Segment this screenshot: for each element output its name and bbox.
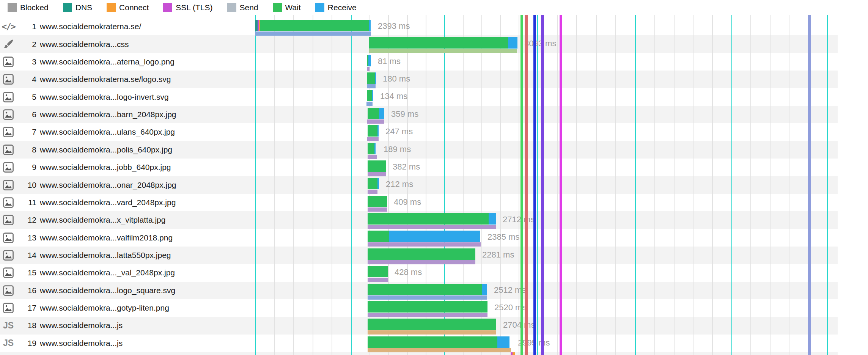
- timing-segment-wait[interactable]: [368, 284, 482, 295]
- request-row-18[interactable]: JS18www.socialdemokra...js2704 ms: [0, 317, 868, 334]
- request-name-cell[interactable]: JS19www.socialdemokra...js: [0, 335, 123, 352]
- request-row-12[interactable]: 12www.socialdemokra...x_vitplatta.jpg271…: [0, 211, 868, 229]
- timing-segment-wait[interactable]: [368, 248, 475, 260]
- image-icon: [0, 302, 17, 314]
- request-row-2[interactable]: 2www.socialdemokra...css3093 ms: [0, 35, 868, 53]
- request-name-cell[interactable]: 6www.socialdemokra...barn_2048px.jpg: [0, 106, 176, 123]
- request-row-4[interactable]: 4www.socialdemokraterna.se/logo.svg180 m…: [0, 71, 868, 88]
- legend-item-connect[interactable]: Connect: [107, 3, 149, 12]
- request-name-cell[interactable]: 14www.socialdemokra...latta550px.jpeg: [0, 247, 171, 264]
- timing-segment-wait[interactable]: [368, 213, 489, 225]
- request-name-cell[interactable]: 2www.socialdemokra...css: [0, 35, 129, 53]
- request-row-7[interactable]: 7www.socialdemokra...ulans_640px.jpg247 …: [0, 123, 868, 141]
- request-name-cell[interactable]: 4www.socialdemokraterna.se/logo.svg: [0, 71, 171, 88]
- timing-subsegment-sub_periwinkle[interactable]: [368, 295, 487, 300]
- legend-item-dns[interactable]: DNS: [63, 3, 92, 12]
- timing-subsegment-sub_purple[interactable]: [368, 172, 386, 176]
- legend-item-send[interactable]: Send: [227, 3, 258, 12]
- timing-subsegment-sub_purple[interactable]: [368, 155, 377, 159]
- timing-segment-receive[interactable]: [482, 284, 487, 295]
- timing-segment-wait[interactable]: [368, 196, 387, 207]
- timing-subsegment-sub_periwinkle[interactable]: [255, 31, 371, 36]
- request-name-cell[interactable]: 3www.socialdemokra...aterna_logo.png: [0, 53, 175, 71]
- timing-subsegment-sub_purple[interactable]: [368, 278, 388, 282]
- timing-subsegment-sub_purple[interactable]: [367, 67, 370, 71]
- request-row-13[interactable]: 13www.socialdemokra...valfilm2018.png238…: [0, 229, 868, 246]
- timing-segment-wait[interactable]: [368, 178, 377, 189]
- request-row-14[interactable]: 14www.socialdemokra...latta550px.jpeg228…: [0, 247, 868, 264]
- timing-segment-dns[interactable]: [255, 20, 258, 31]
- timing-segment-receive[interactable]: [375, 72, 376, 84]
- timing-segment-wait[interactable]: [368, 231, 389, 242]
- timing-subsegment-sub_purple[interactable]: [368, 190, 377, 194]
- legend-item-wait[interactable]: Wait: [273, 3, 301, 12]
- request-name-cell[interactable]: 9www.socialdemokra...jobb_640px.jpg: [0, 159, 171, 176]
- timing-segment-receive[interactable]: [377, 125, 379, 137]
- timing-segment-receive[interactable]: [497, 336, 509, 348]
- timing-segment-wait[interactable]: [368, 336, 497, 348]
- request-row-5[interactable]: 5www.socialdemokra...logo-invert.svg134 …: [0, 88, 868, 105]
- legend-item-blocked[interactable]: Blocked: [8, 3, 49, 12]
- timing-subsegment-sub_purple[interactable]: [368, 242, 481, 247]
- waterfall-legend: BlockedDNSConnectSSL (TLS)SendWaitReceiv…: [0, 0, 868, 15]
- legend-item-receive[interactable]: Receive: [315, 3, 357, 12]
- request-name-cell[interactable]: 17www.socialdemokra...gotyp-liten.png: [0, 299, 169, 317]
- request-name-cell[interactable]: 16www.socialdemokra...logo_square.svg: [0, 282, 175, 299]
- timing-segment-wait[interactable]: [368, 143, 374, 154]
- request-name-cell[interactable]: </>1www.socialdemokraterna.se/: [0, 18, 141, 35]
- timing-segment-wait[interactable]: [368, 301, 487, 313]
- request-name-cell[interactable]: 12www.socialdemokra...x_vitplatta.jpg: [0, 211, 165, 229]
- image-icon: [0, 56, 17, 68]
- timing-segment-wait[interactable]: [260, 20, 369, 31]
- timing-subsegment-sub_purple[interactable]: [368, 225, 496, 229]
- request-name-cell[interactable]: 10www.socialdemokra...onar_2048px.jpg: [0, 176, 176, 193]
- request-row-6[interactable]: 6www.socialdemokra...barn_2048px.jpg359 …: [0, 106, 868, 123]
- request-row-16[interactable]: 16www.socialdemokra...logo_square.svg251…: [0, 282, 868, 299]
- timing-segment-receive[interactable]: [377, 178, 379, 189]
- request-name-cell[interactable]: 7www.socialdemokra...ulans_640px.jpg: [0, 123, 175, 141]
- timing-subsegment-sub_purple[interactable]: [368, 313, 487, 317]
- timing-subsegment-sub_tan[interactable]: [368, 330, 496, 335]
- request-name-cell[interactable]: 13www.socialdemokra...valfilm2018.png: [0, 229, 173, 246]
- timing-segment-connect[interactable]: [513, 352, 515, 355]
- timing-subsegment-sub_purple[interactable]: [367, 119, 384, 124]
- timing-segment-receive[interactable]: [379, 108, 384, 119]
- request-row-3[interactable]: 3www.socialdemokra...aterna_logo.png81 m…: [0, 53, 868, 71]
- timing-segment-wait[interactable]: [368, 160, 386, 172]
- request-row-19[interactable]: JS19www.socialdemokra...js2995 ms: [0, 335, 868, 352]
- request-row-1[interactable]: </>1www.socialdemokraterna.se/2393 ms: [0, 18, 868, 35]
- timing-segment-receive[interactable]: [489, 213, 496, 225]
- request-name-cell[interactable]: 5www.socialdemokra...logo-invert.svg: [0, 88, 169, 105]
- timing-subsegment-sub_tan[interactable]: [368, 348, 511, 352]
- request-row-10[interactable]: 10www.socialdemokra...onar_2048px.jpg212…: [0, 176, 868, 193]
- legend-item-ssl-tls[interactable]: SSL (TLS): [163, 3, 212, 12]
- request-name-cell[interactable]: 8www.socialdemokra...polis_640px.jpg: [0, 141, 172, 159]
- timing-segment-wait[interactable]: [368, 108, 379, 119]
- request-row-9[interactable]: 9www.socialdemokra...jobb_640px.jpg382 m…: [0, 159, 868, 176]
- timing-segment-wait[interactable]: [368, 319, 496, 330]
- request-row-8[interactable]: 8www.socialdemokra...polis_640px.jpg189 …: [0, 141, 868, 159]
- timing-subsegment-sub_purple[interactable]: [368, 207, 387, 212]
- timing-segment-receive[interactable]: [368, 55, 371, 66]
- timing-subsegment-sub_lightgreen[interactable]: [369, 49, 517, 53]
- request-row-11[interactable]: 11www.socialdemokra...vard_2048px.jpg409…: [0, 194, 868, 211]
- timing-segment-receive[interactable]: [508, 37, 517, 49]
- timing-segment-wait[interactable]: [367, 72, 375, 84]
- timing-subsegment-sub_periwinkle[interactable]: [366, 102, 373, 106]
- request-name-cell[interactable]: JS18www.socialdemokra...js: [0, 317, 123, 334]
- timing-segment-receive[interactable]: [369, 20, 371, 31]
- timing-segment-wait[interactable]: [368, 125, 377, 137]
- timing-segment-receive[interactable]: [372, 90, 373, 101]
- timing-segment-receive[interactable]: [374, 143, 376, 154]
- request-name-cell[interactable]: 11www.socialdemokra...vard_2048px.jpg: [0, 194, 176, 211]
- timing-subsegment-sub_periwinkle[interactable]: [367, 84, 376, 88]
- timing-subsegment-sub_purple[interactable]: [368, 260, 475, 264]
- timing-segment-receive[interactable]: [389, 231, 480, 242]
- request-row-17[interactable]: 17www.socialdemokra...gotyp-liten.png252…: [0, 299, 868, 317]
- timing-subsegment-sub_purple[interactable]: [367, 137, 379, 141]
- timing-segment-wait[interactable]: [368, 266, 388, 277]
- request-row-15[interactable]: 15www.socialdemokra..._val_2048px.jpg428…: [0, 264, 868, 281]
- timing-segment-wait[interactable]: [367, 90, 372, 101]
- request-name-cell[interactable]: 15www.socialdemokra..._val_2048px.jpg: [0, 264, 175, 281]
- timing-segment-wait[interactable]: [369, 37, 508, 49]
